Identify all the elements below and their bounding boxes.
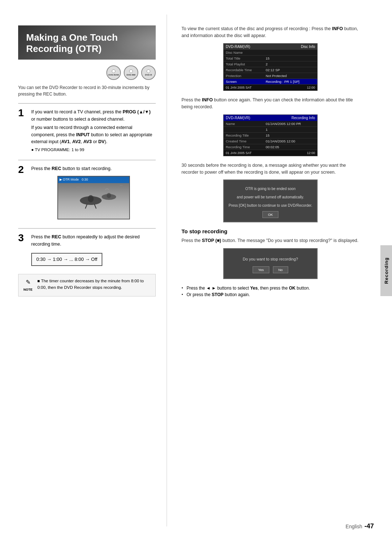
rec-info-table: Name 01/JAN/2005 12:00 PR 1 Recording Ti… bbox=[224, 121, 317, 150]
screen-footer-time: 12:00 bbox=[307, 86, 315, 89]
rec-time-label: 0:30 → 1:00 → ... 8:00 → Off bbox=[36, 257, 97, 262]
disc-info-table: Disc Name Total Title 15 Total Playlist … bbox=[224, 50, 317, 85]
table-cell-label: Recording Title bbox=[224, 132, 264, 138]
table-cell-label: Name bbox=[224, 121, 264, 127]
table-row: Protection Not Protected bbox=[224, 73, 317, 78]
screen-footer-time: 12:00 bbox=[307, 151, 315, 155]
table-row: Recording Title 15 bbox=[224, 132, 317, 138]
table-cell-label bbox=[224, 126, 264, 132]
table-cell-value: 15 bbox=[264, 55, 317, 61]
table-row: Total Title 15 bbox=[224, 55, 317, 61]
table-cell-label: Created Time bbox=[224, 138, 264, 144]
table-cell-value-highlight: Recording : PR 1 [SP] bbox=[264, 78, 317, 84]
title-box: Making a One Touch Recording (OTR) bbox=[18, 25, 156, 60]
note-text: ■ The timer counter decreases by the min… bbox=[37, 278, 152, 292]
stop-recording-title: To stop recording bbox=[181, 228, 359, 234]
rec-info-screen-header: DVD-RAM(VR) Recording Info bbox=[224, 115, 317, 121]
step-1-bullet: ● TV PROGRAMME: 1 to 99 bbox=[31, 147, 156, 153]
table-cell-value: 1 bbox=[264, 126, 317, 132]
table-cell-value: 2 bbox=[264, 61, 317, 67]
divider-3 bbox=[18, 228, 156, 229]
table-cell-value: 00:02:05 bbox=[264, 144, 317, 150]
dvd-ram-icon: DVD-RAM bbox=[106, 65, 121, 80]
table-cell-value bbox=[264, 50, 317, 56]
disc-info-screen-header: DVD-RAM(VR) Disc Info bbox=[224, 44, 317, 50]
step-1-content: If you want to record a TV channel, pres… bbox=[31, 109, 156, 155]
stop-recording-text: Press the STOP (■) button. The message "… bbox=[181, 237, 359, 244]
table-row: Disc Name bbox=[224, 50, 317, 56]
tv-screenshot: ▶ OTR Mode 0:30 bbox=[57, 176, 130, 219]
dvd-r-icon: DVD-R bbox=[141, 65, 156, 80]
table-cell-label: Recordable Time bbox=[224, 67, 264, 73]
table-cell-label: Total Playlist bbox=[224, 61, 264, 67]
footer-language: English bbox=[346, 524, 362, 529]
right-info-text-3: 30 seconds before the recording is done,… bbox=[181, 162, 359, 176]
step-2-text: Press the REC button to start recording. bbox=[31, 165, 156, 172]
otr-bar-text: ▶ OTR Mode bbox=[60, 177, 79, 182]
table-cell-label: Recording Time bbox=[224, 144, 264, 150]
rec-info-screen-footer: 01 JAN 2005 SAT 12:00 bbox=[224, 150, 317, 156]
page-footer: English -47 bbox=[346, 522, 374, 530]
otr-ok-button[interactable]: OK bbox=[262, 211, 278, 218]
stop-popup-line1: Do you want to stop recording? bbox=[228, 256, 313, 262]
bird-silhouettes bbox=[69, 182, 127, 211]
table-cell-value: Not Protected bbox=[264, 73, 317, 78]
disc-info-header-right: Disc Info bbox=[301, 45, 315, 49]
step-1-text-1: If you want to record a TV channel, pres… bbox=[31, 109, 156, 123]
table-row: Recordable Time 02:12 SP bbox=[224, 67, 317, 73]
otr-bar-time: 0:30 bbox=[82, 177, 88, 182]
divider-2 bbox=[18, 160, 156, 160]
step-2-number: 2 bbox=[18, 165, 27, 223]
table-row: Recording Time 00:02:05 bbox=[224, 144, 317, 150]
side-tab-label: Recording bbox=[384, 257, 389, 284]
svg-line-3 bbox=[94, 204, 96, 209]
stop-popup-screen: Do you want to stop recording? Yes No bbox=[223, 248, 318, 279]
footer-page-number: -47 bbox=[364, 522, 374, 530]
table-cell-label: Total Title bbox=[224, 55, 264, 61]
svg-point-1 bbox=[88, 195, 94, 202]
note-pencil-icon: ✎ bbox=[26, 278, 30, 287]
divider-1 bbox=[18, 103, 156, 104]
step-1: 1 If you want to record a TV channel, pr… bbox=[18, 109, 156, 155]
table-cell-label: Protection bbox=[224, 73, 264, 78]
note-icon-wrapper: ✎ NOTE bbox=[22, 278, 34, 292]
right-info-text-1: To view the current status of the disc a… bbox=[181, 25, 359, 40]
disc-info-screen: DVD-RAM(VR) Disc Info Disc Name Total Ti… bbox=[223, 43, 318, 91]
stop-bullets: Press the ◄ ► buttons to select Yes, the… bbox=[181, 285, 359, 298]
rec-info-screen: DVD-RAM(VR) Recording Info Name 01/JAN/2… bbox=[223, 114, 318, 156]
disc-info-screen-footer: 01 JAN 2005 SAT 12:00 bbox=[224, 85, 317, 90]
rec-info-header-right: Recording Info bbox=[291, 116, 315, 120]
step-3-number: 3 bbox=[18, 233, 27, 270]
bullet-item-2: Or press the STOP button again. bbox=[181, 291, 359, 298]
left-column: Making a One Touch Recording (OTR) DVD-R… bbox=[0, 15, 167, 526]
step-1-number: 1 bbox=[18, 108, 27, 155]
note-box: ✎ NOTE ■ The timer counter decreases by … bbox=[18, 274, 156, 296]
stop-yes-button[interactable]: Yes bbox=[253, 266, 269, 273]
right-info-text-2: Press the INFO button once again. Then y… bbox=[181, 97, 359, 111]
otr-popup-line3: Press [OK] button to continue to use DVD… bbox=[228, 203, 313, 208]
recording-side-tab: Recording bbox=[380, 245, 392, 296]
otr-popup-screen: OTR is going to be ended soon and power … bbox=[223, 179, 318, 222]
table-cell-label-highlight: Screen bbox=[224, 78, 264, 84]
table-cell-label: Disc Name bbox=[224, 50, 264, 56]
rec-time-box: 0:30 → 1:00 → ... 8:00 → Off bbox=[31, 253, 102, 266]
page-title: Making a One Touch Recording (OTR) bbox=[26, 32, 148, 54]
table-row: Total Playlist 2 bbox=[224, 61, 317, 67]
table-cell-value: 02:12 SP bbox=[264, 67, 317, 73]
note-label: NOTE bbox=[23, 287, 33, 292]
dvd-rw-icon: DVD-RW bbox=[124, 65, 138, 80]
stop-no-button[interactable]: No bbox=[273, 266, 288, 273]
step-3-text: Press the REC button repeatedly to adjus… bbox=[31, 234, 156, 248]
table-row: 1 bbox=[224, 126, 317, 132]
stop-recording-section: To stop recording Press the STOP (■) but… bbox=[181, 228, 359, 298]
table-cell-value: 01/JAN/2005 12:00 bbox=[264, 138, 317, 144]
bullet-item-1: Press the ◄ ► buttons to select Yes, the… bbox=[181, 285, 359, 291]
screen-footer-date: 01 JAN 2005 SAT bbox=[226, 151, 252, 155]
step-2-content: Press the REC button to start recording.… bbox=[31, 165, 156, 223]
otr-popup-line1: OTR is going to be ended soon bbox=[228, 186, 313, 191]
right-column: To view the current status of the disc a… bbox=[167, 15, 377, 526]
table-cell-value: 01/JAN/2005 12:00 PR bbox=[264, 121, 317, 127]
svg-line-2 bbox=[85, 204, 87, 209]
disc-info-header-left: DVD-RAM(VR) bbox=[226, 45, 250, 49]
step-3-content: Press the REC button repeatedly to adjus… bbox=[31, 234, 156, 270]
